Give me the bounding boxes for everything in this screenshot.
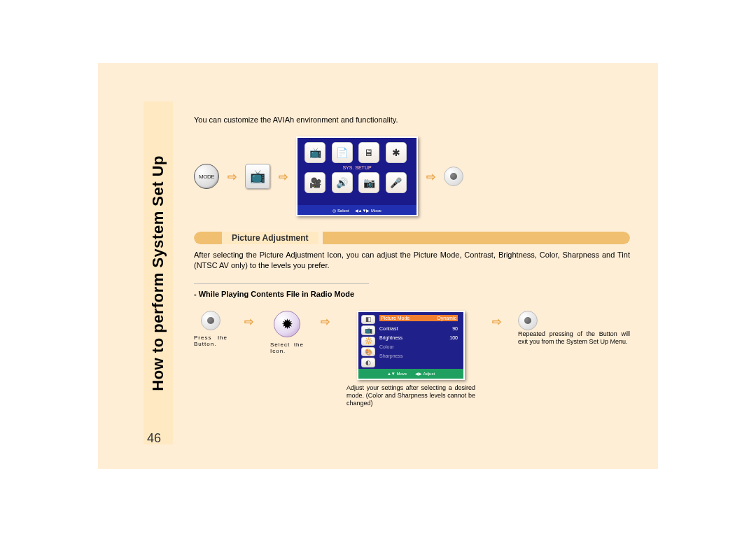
screen2-row: Colour	[379, 344, 458, 349]
screen-icon-star: ✱	[386, 142, 407, 163]
screen2-row: Sharpness	[379, 353, 458, 358]
row-value: 100	[449, 335, 458, 340]
row-value: Dynamic	[438, 316, 456, 321]
screen2-row: Contrast 90	[379, 326, 458, 331]
section-title: Picture Adjustment	[222, 232, 318, 244]
row-value: 90	[452, 326, 458, 331]
footer-select: ◎ Select	[332, 208, 349, 213]
row-label: Picture Mode	[381, 316, 410, 321]
step-2: ✹ Select the Icon.	[270, 311, 304, 355]
screen2-row: Picture Mode Dynamic	[379, 315, 458, 321]
sys-setup-screen: 📺 📄 🖥 ✱ SYS. SETUP 🎥 🔊 📷 🎤 ◎ Select ◀▲▼▶…	[296, 136, 418, 216]
side-icon: ◐	[361, 358, 375, 367]
step1-caption: Press the Button.	[194, 335, 227, 348]
row-label: Brightness	[379, 335, 402, 340]
mode-button-label: MODE	[199, 174, 214, 180]
paragraph-1: After selecting the Picture Adjustment I…	[194, 250, 630, 271]
page-number: 46	[147, 431, 161, 446]
main-content: You can customize the AVIAh environment …	[194, 115, 630, 407]
screen-footer: ◎ Select ◀▲▼▶ Move	[298, 205, 416, 215]
screen-icon-mic: 🎤	[386, 172, 407, 193]
intro-text: You can customize the AVIAh environment …	[194, 115, 630, 124]
arrow-icon: ⇨	[492, 315, 501, 328]
row-label: Colour	[379, 344, 394, 349]
gear-icon: ✹	[274, 311, 300, 337]
flow-row-1: MODE ⇨ 📺 ⇨ 📺 📄 🖥 ✱ SYS. SETUP 🎥 🔊 📷 🎤 ◎ …	[194, 136, 630, 216]
arrow-icon: ⇨	[426, 170, 435, 183]
screen-icon-grid: 📺 📄 🖥 ✱	[298, 138, 416, 163]
screen2-footer: ▲▼ Move ◀▶ Adjust	[358, 369, 463, 379]
footer-move: ◀▲▼▶ Move	[355, 208, 382, 213]
vertical-title: How to perform System Set Up	[149, 155, 167, 391]
exit-button[interactable]	[518, 311, 538, 330]
select-button[interactable]	[444, 167, 463, 186]
row-label: Sharpness	[379, 353, 402, 358]
divider-fill	[323, 232, 630, 244]
side-icon: 🎨	[361, 347, 375, 356]
screen-icon-doc: 📄	[332, 142, 353, 163]
section-divider: Picture Adjustment	[194, 232, 630, 244]
row-label: Contrast	[379, 326, 398, 331]
screen-label: SYS. SETUP	[298, 165, 416, 170]
arrow-icon: ⇨	[321, 315, 330, 328]
horizontal-rule	[194, 283, 369, 284]
screen2-caption: Adjust your settings after selecting a d…	[346, 384, 475, 408]
footer-move: ▲▼ Move	[387, 372, 407, 376]
step2-caption: Select the Icon.	[270, 342, 304, 355]
vertical-title-bar: How to perform System Set Up	[144, 101, 173, 444]
screen-icon-camcorder: 🎥	[304, 172, 326, 193]
side-icon: ◧	[361, 315, 375, 324]
screen-icon-monitor: 🖥	[358, 142, 379, 163]
mode-button[interactable]: MODE	[194, 164, 219, 189]
subheading: - While Playing Contents File in Radio M…	[194, 290, 630, 298]
footer-adjust: ◀▶ Adjust	[415, 371, 435, 376]
side-icon: 📺	[361, 325, 375, 335]
screen-icon-speaker: 🔊	[332, 172, 353, 193]
step-4: Repeated pressing of the Button will exi…	[518, 311, 630, 346]
flow-row-2: Press the Button. ⇨ ✹ Select the Icon. ⇨…	[194, 311, 630, 408]
screen-icon-camera: 📷	[358, 172, 379, 193]
picture-adjust-screen: ◧ 📺 🔆 🎨 ◐ Picture Mode Dynamic Contrast …	[357, 311, 465, 380]
screen-icon-tv: 📺	[304, 142, 326, 163]
step-3: ◧ 📺 🔆 🎨 ◐ Picture Mode Dynamic Contrast …	[346, 311, 475, 408]
arrow-icon: ⇨	[227, 170, 237, 183]
screen2-side-icons: ◧ 📺 🔆 🎨 ◐	[361, 315, 377, 367]
exit-caption: Repeated pressing of the Button will exi…	[518, 330, 630, 346]
screen2-row: Brightness 100	[379, 335, 458, 340]
divider-cap-left	[194, 232, 222, 244]
side-icon: 🔆	[361, 337, 375, 346]
arrow-icon: ⇨	[244, 315, 253, 328]
tv-icon: 📺	[245, 164, 270, 189]
arrow-icon: ⇨	[279, 170, 288, 183]
step-1: Press the Button.	[194, 311, 227, 348]
press-button[interactable]	[201, 311, 220, 330]
